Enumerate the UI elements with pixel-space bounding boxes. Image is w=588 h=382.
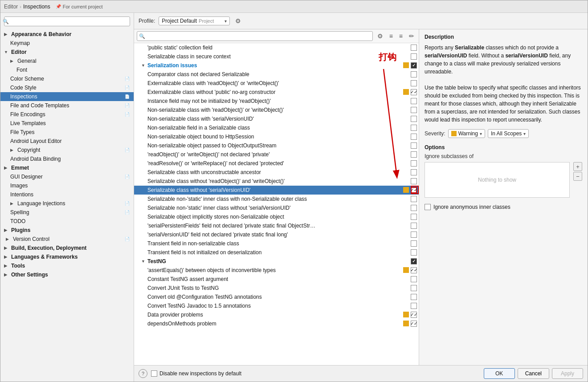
section-checkbox[interactable] — [411, 62, 417, 69]
expand-all-button[interactable]: ≡ — [388, 32, 395, 41]
sidebar-item-colorscheme[interactable]: Color Scheme 📄 — [0, 74, 134, 83]
list-item-checkbox[interactable] — [411, 142, 417, 149]
profile-gear-button[interactable]: ⚙ — [233, 16, 243, 25]
list-item-checkbox[interactable] — [411, 151, 417, 158]
list-item[interactable]: 'assertEquals()' between objects of inco… — [134, 266, 419, 275]
sidebar-item-versioncontrol[interactable]: ▶ Version Control 📄 — [0, 235, 134, 244]
list-item-checkbox[interactable] — [411, 80, 417, 86]
list-item-checkbox[interactable] — [411, 205, 417, 211]
sidebar-item-intentions[interactable]: Intentions — [0, 190, 134, 199]
sidebar-item-othersettings[interactable]: Other Settings — [0, 270, 134, 279]
filter-button[interactable]: ⚙ — [376, 32, 385, 41]
list-item-checkbox[interactable] — [411, 196, 417, 202]
disable-new-checkbox[interactable] — [151, 370, 157, 377]
list-item-checkbox[interactable] — [411, 53, 417, 60]
list-item-section[interactable]: ▼ Serialization issues — [134, 61, 419, 70]
sidebar-item-androiddatabinding[interactable]: Android Data Binding — [0, 154, 134, 163]
list-item[interactable]: dependsOnMethods problem ✓ — [134, 319, 419, 328]
add-subclass-button[interactable]: + — [573, 162, 582, 171]
list-search-input[interactable] — [137, 31, 373, 41]
list-item-checkbox[interactable] — [411, 160, 417, 167]
section-checkbox[interactable] — [411, 258, 417, 264]
list-item[interactable]: Serializable class with unconstructable … — [134, 168, 419, 177]
list-item-checkbox[interactable] — [411, 303, 417, 309]
list-item[interactable]: Serializable class without 'readObject()… — [134, 177, 419, 186]
list-item[interactable]: Externalizable class with 'readObject()'… — [134, 79, 419, 88]
sidebar-item-fileencodings[interactable]: File Encodings 📄 — [0, 110, 134, 119]
remove-subclass-button[interactable]: − — [573, 172, 582, 181]
sidebar-item-todo[interactable]: TODO — [0, 217, 134, 226]
sidebar-item-codestyle[interactable]: Code Style 📄 — [0, 83, 134, 92]
list-item[interactable]: 'readObject()' or 'writeObject()' not de… — [134, 150, 419, 159]
sidebar-item-inspections[interactable]: Inspections 📄 — [0, 92, 134, 101]
sidebar-item-copyright[interactable]: ▶ Copyright 📄 — [0, 146, 134, 154]
list-item-checkbox[interactable] — [411, 98, 417, 104]
list-item-checkbox[interactable] — [411, 178, 417, 184]
sidebar-item-androidlayout[interactable]: Android Layout Editor — [0, 137, 134, 146]
sidebar-item-spelling[interactable]: Spelling 📄 — [0, 208, 134, 217]
profile-select[interactable]: Project Default Project ▾ — [159, 16, 230, 25]
sidebar-item-livetemplates[interactable]: Live Templates — [0, 119, 134, 128]
ignore-anon-checkbox[interactable] — [425, 204, 431, 210]
breadcrumb-parent[interactable]: Editor — [4, 4, 18, 10]
list-item-checkbox[interactable] — [411, 134, 417, 140]
list-item-checkbox[interactable] — [411, 249, 417, 256]
list-item-checkbox[interactable]: ✓ — [411, 89, 417, 95]
list-item[interactable]: Comparator class not declared Serializab… — [134, 70, 419, 79]
list-item-section[interactable]: ▼ TestNG — [134, 257, 419, 266]
list-item[interactable]: Constant TestNG assert argument — [134, 275, 419, 284]
list-item[interactable]: 'readResolve()' or 'writeReplace()' not … — [134, 159, 419, 168]
list-item[interactable]: Non-serializable object bound to HttpSes… — [134, 132, 419, 141]
list-item-checkbox[interactable]: ✓ — [411, 312, 417, 318]
sidebar-item-languageinjections[interactable]: ▶ Language Injections 📄 — [0, 199, 134, 208]
list-item-selected[interactable]: Serializable class without 'serialVersio… — [134, 186, 419, 195]
list-item[interactable]: Convert TestNG Javadoc to 1.5 annotation… — [134, 301, 419, 310]
list-item[interactable]: Non-serializable field in a Serializable… — [134, 123, 419, 132]
severity-select[interactable]: Warning ▾ — [448, 129, 485, 138]
sidebar-item-tools[interactable]: Tools — [0, 261, 134, 270]
list-item[interactable]: 'serialVersionUID' field not declared 'p… — [134, 230, 419, 239]
list-item-checkbox[interactable] — [411, 223, 417, 229]
list-item[interactable]: Transient field is not initialized on de… — [134, 248, 419, 257]
list-item[interactable]: Non-serializable class with 'serialVersi… — [134, 114, 419, 123]
list-item-checkbox[interactable]: ✓ — [411, 187, 417, 193]
list-item[interactable]: Convert old @Configuration TestNG annota… — [134, 293, 419, 301]
list-item-checkbox[interactable] — [411, 169, 417, 175]
list-item[interactable]: Externalizable class without 'public' no… — [134, 88, 419, 97]
list-item-checkbox[interactable] — [411, 45, 417, 51]
collapse-all-button[interactable]: ≡ — [397, 32, 404, 41]
list-item[interactable]: Data provider problems ✓ — [134, 310, 419, 319]
list-item[interactable]: 'serialPersistentFields' field not decla… — [134, 221, 419, 230]
sidebar-search-input[interactable] — [4, 16, 130, 26]
sidebar-item-filetypes[interactable]: File Types — [0, 128, 134, 137]
list-item[interactable]: Transient field in non-serializable clas… — [134, 239, 419, 248]
sidebar-item-plugins[interactable]: Plugins — [0, 226, 134, 235]
list-item-checkbox[interactable] — [411, 71, 417, 77]
help-button[interactable]: ? — [139, 369, 147, 378]
list-item-checkbox[interactable] — [411, 285, 417, 291]
sidebar-item-font[interactable]: Font — [0, 65, 134, 74]
sidebar-item-fileandcode[interactable]: File and Code Templates 📄 — [0, 101, 134, 110]
list-item[interactable]: Non-serializable class with 'readObject(… — [134, 106, 419, 114]
list-item[interactable]: Serializable object implicitly stores no… — [134, 212, 419, 221]
list-item[interactable]: Serializable non-'static' inner class wi… — [134, 195, 419, 203]
list-item-checkbox[interactable] — [411, 232, 417, 238]
list-item-checkbox[interactable] — [411, 214, 417, 220]
list-item-checkbox[interactable] — [411, 125, 417, 131]
list-item[interactable]: Serializable non-'static' inner class wi… — [134, 203, 419, 212]
list-item-checkbox[interactable] — [411, 240, 417, 247]
sidebar-item-images[interactable]: Images — [0, 181, 134, 190]
list-item[interactable]: Non-serializable object passed to Object… — [134, 141, 419, 150]
list-item-checkbox[interactable]: ✓ — [411, 267, 417, 273]
list-item-checkbox[interactable] — [411, 294, 417, 300]
list-item-checkbox[interactable] — [411, 116, 417, 122]
sidebar-item-editor[interactable]: Editor — [0, 48, 134, 57]
sidebar-item-languages[interactable]: Languages & Frameworks — [0, 252, 134, 261]
cancel-button[interactable]: Cancel — [518, 368, 549, 379]
scope-select[interactable]: In All Scopes ▾ — [488, 129, 529, 138]
list-item-checkbox[interactable] — [411, 107, 417, 113]
list-item[interactable]: Convert JUnit Tests to TestNG — [134, 284, 419, 293]
list-item[interactable]: Serializable class in secure context 打钩 — [134, 52, 419, 61]
list-item-checkbox[interactable]: ✓ — [411, 321, 417, 327]
disable-new-inspections-label[interactable]: Disable new inspections by default — [151, 370, 241, 377]
